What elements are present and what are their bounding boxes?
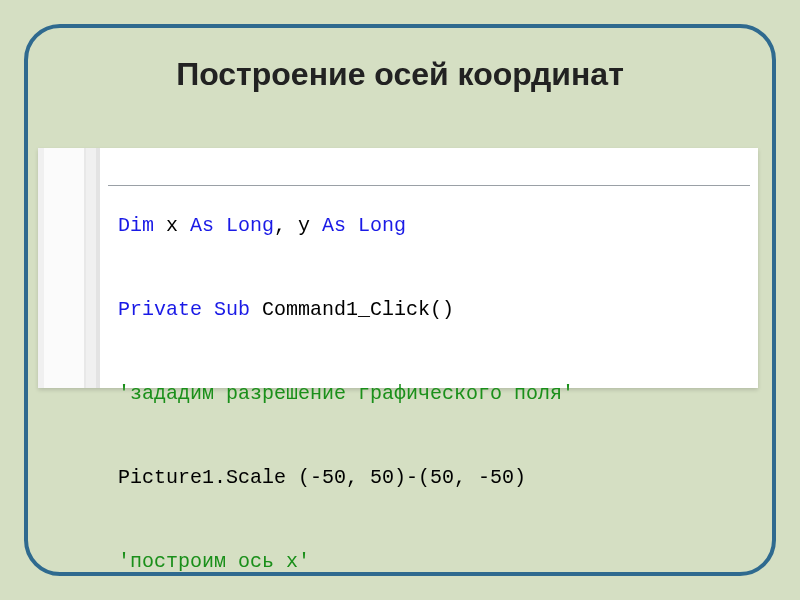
- code-line-5: 'построим ось x': [118, 548, 750, 576]
- keyword: As Long: [190, 214, 274, 237]
- keyword: As Long: [322, 214, 406, 237]
- code-text: x: [154, 214, 190, 237]
- code-text: Picture1.Scale (-50, 50)-(50, -50): [118, 466, 526, 489]
- keyword: Dim: [118, 214, 154, 237]
- code-text: , y: [274, 214, 322, 237]
- slide-card: Построение осей координат Dim x As Long,…: [24, 24, 776, 576]
- code-line-1: Dim x As Long, y As Long: [118, 212, 750, 240]
- code-line-3: 'зададим разрешение графического поля': [118, 380, 750, 408]
- code-panel: Dim x As Long, y As Long Private Sub Com…: [38, 148, 758, 388]
- code-area: Dim x As Long, y As Long Private Sub Com…: [118, 156, 750, 600]
- keyword: Private Sub: [118, 298, 250, 321]
- editor-gutter: [38, 148, 100, 388]
- code-comment: 'построим ось x': [118, 550, 310, 573]
- code-text: Command1_Click(): [250, 298, 454, 321]
- code-line-2: Private Sub Command1_Click(): [118, 296, 750, 324]
- code-comment: 'зададим разрешение графического поля': [118, 382, 574, 405]
- editor-gutter-inner: [44, 148, 86, 388]
- code-line-4: Picture1.Scale (-50, 50)-(50, -50): [118, 464, 750, 492]
- slide-title: Построение осей координат: [28, 56, 772, 93]
